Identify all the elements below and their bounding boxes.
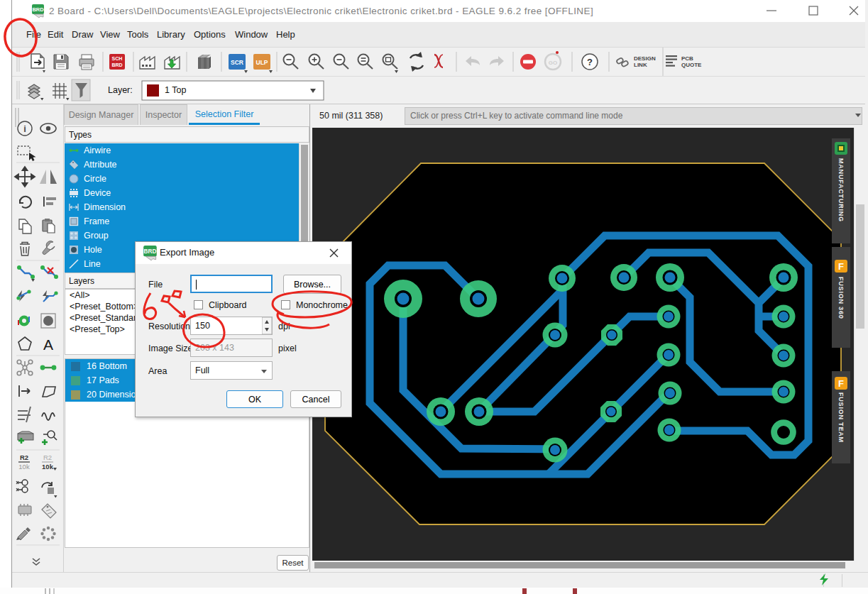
svg-text:BRD: BRD xyxy=(144,248,157,255)
svg-text:SCH: SCH xyxy=(112,56,123,61)
svg-text:SCR: SCR xyxy=(231,59,243,66)
svg-text:R2: R2 xyxy=(43,453,52,461)
svg-text:A: A xyxy=(43,336,53,353)
svg-text:BRD: BRD xyxy=(111,62,122,67)
svg-text:PCB: PCB xyxy=(681,55,693,62)
svg-text:QUOTE: QUOTE xyxy=(681,62,702,68)
svg-text:1 Top: 1 Top xyxy=(165,85,186,95)
svg-text:BRD: BRD xyxy=(32,6,44,13)
svg-text:10k: 10k xyxy=(42,463,54,471)
svg-text:i: i xyxy=(23,123,26,134)
svg-text:F: F xyxy=(838,261,844,272)
svg-text:?: ? xyxy=(587,57,593,67)
svg-text:LINK: LINK xyxy=(634,62,647,68)
svg-text:F: F xyxy=(838,378,844,389)
svg-text:Layer:: Layer: xyxy=(108,85,133,95)
svg-text:GO: GO xyxy=(549,60,557,66)
svg-text:R2: R2 xyxy=(20,453,28,461)
svg-text:DESIGN: DESIGN xyxy=(634,55,656,62)
svg-text:ULP: ULP xyxy=(256,59,268,66)
svg-text:10k: 10k xyxy=(18,463,30,471)
